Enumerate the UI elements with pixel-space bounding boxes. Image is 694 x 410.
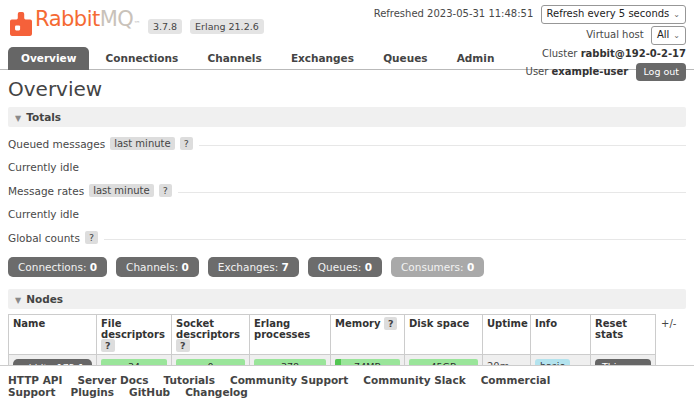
queued-messages-label: Queued messages [8,138,105,150]
col-socket-descriptors: Socket descriptors ? [172,315,250,355]
footer-link-github[interactable]: GitHub [129,386,170,398]
user-name: example-user [552,66,629,77]
brand-mq: MQ [100,7,134,31]
divider [178,192,686,193]
message-rates-range-tag[interactable]: last minute [89,184,153,197]
help-icon[interactable]: ? [101,339,115,352]
triangle-down-icon: ▼ [15,114,21,123]
chevron-down-icon: ⌄ [673,10,680,19]
help-icon[interactable]: ? [176,339,190,352]
totals-section-header[interactable]: ▼Totals [8,107,686,127]
global-counts-label: Global counts [8,232,80,244]
col-memory: Memory ? [331,315,405,355]
global-counts-row: Global counts ? [8,231,686,244]
connections-count-badge: Connections: 0 [8,257,107,277]
triangle-down-icon: ▼ [15,296,21,305]
message-rates-row: Message rates last minute ? [8,184,686,197]
tab-connections[interactable]: Connections [93,47,192,70]
refresh-interval-select[interactable]: Refresh every 5 seconds⌄ [541,5,687,24]
channels-count-badge: Channels: 0 [116,257,199,277]
table-header-row: Name File descriptors ? Socket descripto… [9,315,656,355]
help-icon[interactable]: ? [384,317,398,330]
nodes-section-header[interactable]: ▼Nodes [8,289,686,309]
queues-count-badge: Queues: 0 [308,257,382,277]
rabbitmq-version-badge: 3.7.8 [148,19,182,34]
logo[interactable]: RabbitMQ™ 3.7.8 Erlang 21.2.6 [10,7,264,36]
col-uptime: Uptime [483,315,531,355]
queued-messages-row: Queued messages last minute ? [8,137,686,150]
queued-idle-text: Currently idle [8,161,686,173]
footer-link-server-docs[interactable]: Server Docs [77,374,148,386]
header: RabbitMQ™ 3.7.8 Erlang 21.2.6 Refreshed … [0,0,694,70]
footer-link-http-api[interactable]: HTTP API [8,374,62,386]
footer-link-community-slack[interactable]: Community Slack [363,374,465,386]
col-name: Name [9,315,97,355]
global-counts-badges: Connections: 0 Channels: 0 Exchanges: 7 … [8,257,686,277]
trademark-symbol: ™ [133,20,140,28]
help-icon[interactable]: ? [159,184,172,197]
footer-link-community-support[interactable]: Community Support [230,374,348,386]
consumers-count-badge: Consumers: 0 [391,257,484,277]
cluster-label: Cluster [542,48,578,59]
header-right: Refreshed 2023-05-31 11:48:51 Refresh ev… [374,5,686,83]
erlang-version-badge: Erlang 21.2.6 [190,19,264,34]
virtual-host-select[interactable]: All⌄ [651,26,686,45]
footer: HTTP APIServer DocsTutorialsCommunity Su… [0,365,694,410]
virtual-host-label: Virtual host [586,29,643,40]
cluster-name: rabbit@192-0-2-17 [581,48,686,59]
rabbitmq-logo-icon [10,12,32,36]
brand-rabbit: Rabbit [35,7,100,31]
footer-link-tutorials[interactable]: Tutorials [164,374,215,386]
divider [104,239,686,240]
col-erlang-processes: Erlang processes [250,315,331,355]
brand-text: RabbitMQ™ [35,7,140,36]
logout-button[interactable]: Log out [636,63,686,81]
tab-exchanges[interactable]: Exchanges [278,47,367,70]
divider [199,145,686,146]
tab-overview[interactable]: Overview [8,47,89,70]
chevron-down-icon: ⌄ [673,31,680,40]
help-icon[interactable]: ? [85,231,98,244]
col-disk-space: Disk space [405,315,483,355]
queued-messages-range-tag[interactable]: last minute [110,137,174,150]
column-selector-toggle[interactable]: +/- [661,318,676,329]
col-file-descriptors: File descriptors ? [97,315,172,355]
user-label: User [526,66,549,77]
help-icon[interactable]: ? [180,137,193,150]
footer-link-changelog[interactable]: Changelog [185,386,248,398]
refreshed-timestamp: Refreshed 2023-05-31 11:48:51 [374,8,534,19]
col-info: Info [531,315,591,355]
rates-idle-text: Currently idle [8,208,686,220]
main-content: Overview ▼Totals Queued messages last mi… [0,77,694,410]
footer-link-plugins[interactable]: Plugins [70,386,114,398]
message-rates-label: Message rates [8,185,84,197]
tab-channels[interactable]: Channels [195,47,275,70]
col-reset-stats: Reset stats [591,315,656,355]
exchanges-count-badge: Exchanges: 7 [208,257,299,277]
